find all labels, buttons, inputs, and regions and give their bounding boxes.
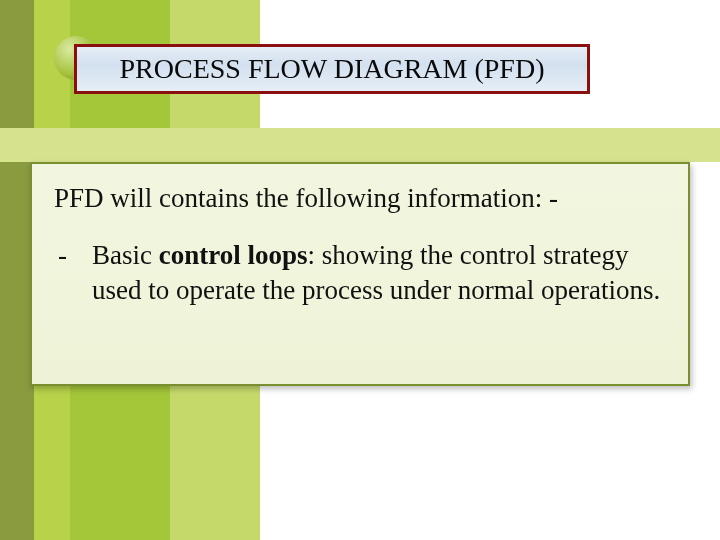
slide-title-box: PROCESS FLOW DIAGRAM (PFD)	[74, 44, 590, 94]
list-item-seg1: Basic	[92, 240, 159, 270]
intro-text: PFD will contains the following informat…	[54, 182, 666, 216]
list-item-bold: control loops	[159, 240, 308, 270]
list-item: - Basic control loops: showing the contr…	[54, 238, 666, 308]
bg-stripe-1	[0, 0, 34, 540]
horizontal-band	[0, 128, 720, 162]
list-dash: -	[54, 238, 92, 308]
content-box: PFD will contains the following informat…	[30, 162, 690, 386]
slide-title: PROCESS FLOW DIAGRAM (PFD)	[119, 53, 544, 85]
list-item-body: Basic control loops: showing the control…	[92, 238, 666, 308]
